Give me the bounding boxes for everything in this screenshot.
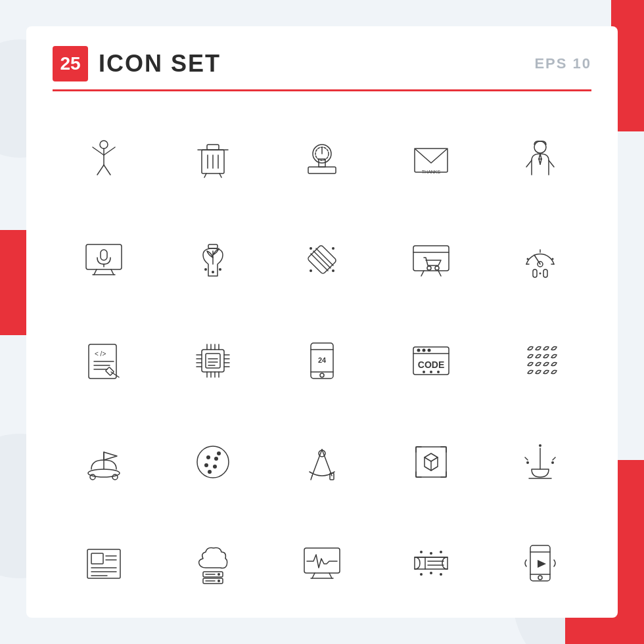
speedometer-icon <box>517 237 563 283</box>
svg-point-47 <box>332 269 334 272</box>
svg-rect-59 <box>533 269 537 277</box>
businesswoman-icon <box>517 135 563 181</box>
monitor-mic-icon <box>81 237 127 283</box>
svg-point-101 <box>428 349 431 352</box>
icon-cell-compass <box>271 415 373 509</box>
svg-point-53 <box>435 266 439 270</box>
icon-cell-plunger <box>489 415 591 509</box>
trash-bin-icon <box>190 135 236 181</box>
plunger-icon <box>517 439 563 485</box>
svg-line-42 <box>316 248 333 265</box>
icon-count-badge: 25 <box>53 46 88 81</box>
svg-point-38 <box>219 268 221 271</box>
card-header: 25 ICON SET EPS 10 <box>53 46 591 91</box>
svg-line-125 <box>425 457 431 461</box>
food-flag-icon <box>81 439 127 485</box>
svg-line-4 <box>97 165 104 175</box>
svg-point-120 <box>319 450 325 457</box>
svg-point-105 <box>437 371 440 373</box>
svg-point-106 <box>88 469 120 477</box>
code-browser-icon: CODE <box>408 338 454 384</box>
svg-text:CODE: CODE <box>418 359 444 370</box>
drawing-compass-icon <box>299 439 345 485</box>
code-document-icon: < /> <box>81 338 127 384</box>
icon-cell-food-flag <box>53 415 155 509</box>
cookie-icon <box>190 439 236 485</box>
icon-cell-monitor-heartbeat <box>271 516 373 610</box>
icon-cell-leaf-grid <box>489 313 591 408</box>
icon-cell-phone-24: 24 <box>271 313 373 408</box>
svg-point-100 <box>423 349 426 352</box>
icon-cell-monitor-mic <box>53 212 155 307</box>
svg-line-50 <box>421 271 424 276</box>
svg-line-12 <box>204 173 206 177</box>
page-title: ICON SET <box>99 50 221 78</box>
icon-cell-newspaper <box>53 516 155 610</box>
svg-point-104 <box>430 371 432 373</box>
svg-point-46 <box>310 269 312 272</box>
svg-rect-14 <box>308 167 336 173</box>
cpu-chip-icon <box>190 338 236 384</box>
phone-24-icon: 24 <box>299 338 345 384</box>
svg-rect-33 <box>101 250 107 260</box>
svg-line-27 <box>526 160 532 167</box>
svg-point-112 <box>206 455 210 459</box>
svg-rect-71 <box>202 350 224 372</box>
icon-cell-person-arms-up <box>53 111 155 206</box>
svg-line-31 <box>111 269 114 275</box>
online-shopping-icon <box>408 237 454 283</box>
svg-line-126 <box>431 457 438 461</box>
svg-line-134 <box>553 457 555 460</box>
icon-cell-cookie <box>162 415 264 509</box>
svg-point-110 <box>112 474 118 480</box>
icon-cell-3d-box-frame <box>380 415 482 509</box>
svg-rect-8 <box>207 145 219 150</box>
svg-line-133 <box>525 457 528 460</box>
svg-text:THANKS: THANKS <box>422 170 441 174</box>
svg-point-37 <box>204 268 207 271</box>
svg-line-55 <box>534 255 540 264</box>
svg-marker-166 <box>538 560 546 568</box>
ticket-icon <box>408 540 454 586</box>
cloud-server-icon <box>190 540 236 586</box>
icon-cell-online-shopping <box>380 212 482 307</box>
icon-cell-weighing-scale <box>271 111 373 206</box>
plant-bottle-icon <box>190 237 236 283</box>
svg-line-5 <box>104 165 110 175</box>
svg-rect-70 <box>106 367 114 376</box>
svg-point-158 <box>440 551 442 553</box>
svg-point-109 <box>90 474 95 480</box>
svg-rect-136 <box>91 553 103 564</box>
icon-cell-code-browser: CODE <box>380 313 482 408</box>
svg-line-121 <box>311 476 312 480</box>
svg-point-103 <box>423 371 425 373</box>
svg-line-51 <box>438 271 441 276</box>
svg-line-28 <box>549 160 554 167</box>
svg-point-155 <box>430 552 432 555</box>
icon-cell-candy-sticks <box>271 212 373 307</box>
icon-cell-phone-play <box>489 516 591 610</box>
svg-point-114 <box>204 463 208 467</box>
svg-point-99 <box>417 349 421 352</box>
icon-cell-cloud-server <box>162 516 264 610</box>
monitor-heartbeat-icon <box>299 540 345 586</box>
svg-line-150 <box>329 573 332 578</box>
weighing-scale-icon <box>299 135 345 181</box>
newspaper-icon <box>81 540 127 586</box>
svg-point-144 <box>218 573 220 576</box>
svg-point-130 <box>526 461 529 464</box>
svg-point-159 <box>420 573 423 576</box>
svg-point-145 <box>218 580 220 582</box>
icon-grid: THANKS <box>53 111 591 610</box>
svg-point-44 <box>310 247 312 250</box>
svg-point-116 <box>208 470 212 474</box>
svg-line-23 <box>540 154 541 159</box>
icon-cell-trash-bin <box>162 111 264 206</box>
svg-line-69 <box>111 372 119 377</box>
svg-line-118 <box>312 449 322 476</box>
svg-point-39 <box>212 271 214 273</box>
person-arms-up-icon <box>81 135 127 181</box>
svg-rect-19 <box>415 149 448 172</box>
svg-point-111 <box>197 446 229 478</box>
svg-line-149 <box>312 573 315 578</box>
